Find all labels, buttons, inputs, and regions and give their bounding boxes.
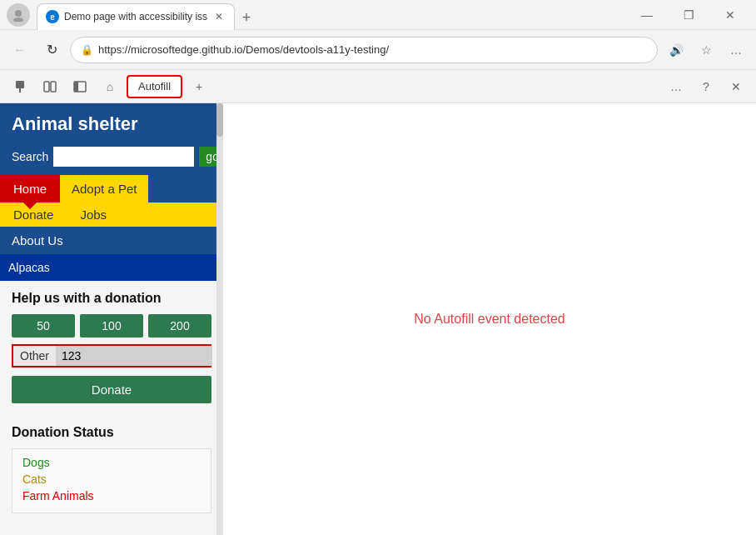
scroll-thumb[interactable] <box>216 103 223 137</box>
autofill-button[interactable]: Autofill <box>127 75 182 98</box>
other-amount-row: Other <box>12 344 211 368</box>
site-header: Animal shelter <box>0 103 223 143</box>
url-protocol: https:// <box>98 43 131 56</box>
toolbar: ⌂ Autofill + … ? ✕ <box>0 70 756 103</box>
nav-home-item[interactable]: Home <box>0 175 60 202</box>
title-bar: e Demo page with accessibility iss ✕ + —… <box>0 0 756 30</box>
nav-about-item[interactable]: About Us <box>0 227 223 254</box>
read-aloud-button[interactable]: 🔊 <box>663 37 689 63</box>
help-button[interactable]: ? <box>693 73 719 100</box>
reload-button[interactable]: ↻ <box>38 37 65 63</box>
url-bar[interactable]: 🔒 https://microsoftedge.github.io/Demos/… <box>70 37 658 63</box>
favorites-button[interactable]: ☆ <box>693 37 719 63</box>
pin-icon <box>13 80 27 93</box>
url-path: /Demos/devtools-a11y-testing/ <box>242 43 389 56</box>
donation-title: Help us with a donation <box>12 291 211 306</box>
address-actions: 🔊 ☆ … <box>663 37 749 63</box>
sidebar: Animal shelter Search go Home Adopt a Pe… <box>0 103 223 535</box>
nav-menu: Home Adopt a Pet Donate Jobs About Us <box>0 175 223 254</box>
lock-icon: 🔒 <box>81 44 93 56</box>
scroll-indicator[interactable] <box>216 103 223 535</box>
pin-button[interactable] <box>7 73 33 100</box>
more-button[interactable]: … <box>663 73 689 100</box>
amount-50-button[interactable]: 50 <box>12 314 75 338</box>
svg-rect-3 <box>19 88 21 92</box>
search-label: Search <box>12 150 48 163</box>
other-amount-input[interactable] <box>57 346 212 366</box>
amount-buttons: 50 100 200 <box>12 314 211 338</box>
close-sidebar-button[interactable]: ✕ <box>723 73 749 100</box>
donation-section: Help us with a donation 50 100 200 Other… <box>0 281 223 425</box>
more-tools-button[interactable]: … <box>723 37 749 63</box>
nav-jobs-item[interactable]: Jobs <box>67 202 120 227</box>
tabs-area: e Demo page with accessibility iss ✕ + <box>37 0 621 30</box>
sidebar-button[interactable] <box>67 73 93 100</box>
svg-rect-5 <box>51 82 56 92</box>
back-button[interactable]: ← <box>7 37 33 63</box>
nav-adopt-item[interactable]: Adopt a Pet <box>60 175 148 202</box>
status-list: Dogs Cats Farm Animals <box>12 448 211 513</box>
donation-status-title: Donation Status <box>0 425 223 440</box>
blue-banner: Alpacas <box>0 254 223 281</box>
autofill-label: Autofill <box>138 80 171 92</box>
donate-button[interactable]: Donate <box>12 376 211 403</box>
autofill-message: No Autofill event detected <box>414 312 565 327</box>
tab-close-button[interactable]: ✕ <box>212 10 226 23</box>
search-input[interactable] <box>53 147 194 167</box>
window-controls: — ❐ ✕ <box>628 2 749 28</box>
profile-avatar[interactable] <box>7 3 30 27</box>
tab-title: Demo page with accessibility iss <box>64 11 207 22</box>
active-tab[interactable]: e Demo page with accessibility iss ✕ <box>37 3 235 30</box>
split-view-button[interactable] <box>37 73 63 100</box>
status-farm-animals[interactable]: Farm Animals <box>22 489 201 502</box>
sidebar-icon <box>73 80 87 93</box>
home-button[interactable]: ⌂ <box>97 73 123 100</box>
svg-point-1 <box>13 18 23 22</box>
svg-point-0 <box>15 10 22 17</box>
search-row: Search go <box>0 143 223 175</box>
toolbar-right: … ? ✕ <box>663 73 749 100</box>
avatar-icon <box>12 8 25 22</box>
new-tab-button[interactable]: + <box>235 7 258 30</box>
address-bar: ← ↻ 🔒 https://microsoftedge.github.io/De… <box>0 30 756 70</box>
close-button[interactable]: ✕ <box>711 2 749 28</box>
svg-rect-4 <box>44 82 49 92</box>
split-view-icon <box>43 80 57 93</box>
amount-100-button[interactable]: 100 <box>80 314 143 338</box>
right-panel: No Autofill event detected <box>223 103 756 535</box>
other-label: Other <box>13 346 57 366</box>
add-button[interactable]: + <box>186 73 212 100</box>
status-cats[interactable]: Cats <box>22 472 201 486</box>
restore-button[interactable]: ❐ <box>669 2 708 28</box>
status-dogs[interactable]: Dogs <box>22 456 201 469</box>
main-area: Animal shelter Search go Home Adopt a Pe… <box>0 103 756 535</box>
edge-icon: e <box>46 10 59 23</box>
url-text: https://microsoftedge.github.io/Demos/de… <box>98 43 389 56</box>
nav-row-1: Home Adopt a Pet <box>0 175 223 202</box>
amount-200-button[interactable]: 200 <box>148 314 211 338</box>
svg-rect-7 <box>74 82 78 92</box>
url-domain: microsoftedge.github.io <box>131 43 242 56</box>
svg-rect-2 <box>16 81 24 88</box>
minimize-button[interactable]: — <box>628 2 666 28</box>
